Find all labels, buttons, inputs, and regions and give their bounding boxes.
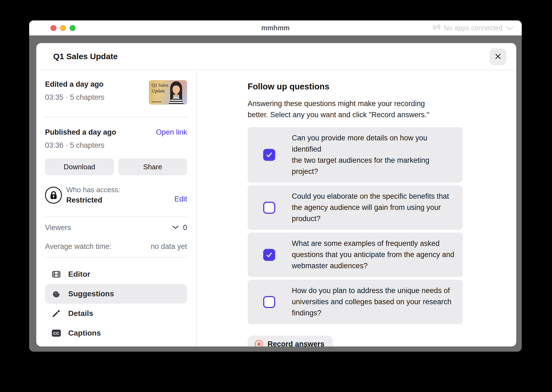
video-title: Q1 Sales Update — [53, 52, 118, 61]
published-section: Published a day ago Open link 03:36 · 5 … — [45, 117, 187, 175]
cc-icon: CC — [52, 330, 61, 337]
sidebar-item-label: Captions — [68, 329, 101, 337]
zoom-window-button[interactable] — [70, 25, 76, 31]
app-window: mmhmm No apps connected Q — [29, 20, 522, 352]
question-text: How do you plan to address the unique ne… — [292, 285, 451, 319]
watch-time-label: Average watch time: — [45, 242, 112, 251]
question-card[interactable]: Can you provide more details on how you … — [248, 127, 463, 183]
published-meta: 03:36 · 5 chapters — [45, 141, 187, 150]
sidebar-item-label: Editor — [68, 270, 90, 279]
access-value: Restricted — [66, 196, 174, 204]
edited-meta: 03:35 · 5 chapters — [45, 93, 104, 102]
open-link[interactable]: Open link — [156, 128, 187, 137]
apps-connected-dropdown[interactable]: No apps connected — [433, 20, 514, 35]
chevron-down-icon — [506, 24, 514, 32]
thumbnail-title: Q1 Sales Update — [152, 82, 168, 94]
viewers-count: 0 — [183, 224, 187, 232]
pencil-icon — [52, 309, 61, 318]
traffic-lights — [50, 20, 76, 35]
question-checkbox[interactable] — [263, 249, 275, 261]
sidebar: Edited a day ago 03:35 · 5 chapters — [36, 70, 197, 346]
film-icon — [52, 270, 61, 279]
suggestions-panel: Follow up questions Answering these ques… — [197, 70, 516, 346]
thumbnail-brand-logo: mmhmm — [152, 101, 161, 103]
viewers-label: Viewers — [45, 224, 71, 232]
watch-time-row: Average watch time: no data yet — [45, 237, 187, 257]
watch-time-value: no data yet — [151, 242, 187, 251]
video-thumbnail[interactable]: Q1 Sales Update mmhmm — [149, 80, 187, 105]
question-text: What are some examples of frequently ask… — [292, 238, 454, 272]
sidebar-item-label: Details — [68, 309, 93, 318]
video-details-modal: Q1 Sales Update Edited a day ago 03:35 ·… — [36, 43, 516, 346]
close-icon — [494, 53, 502, 61]
question-checkbox[interactable] — [263, 149, 275, 161]
window-title: mmhmm — [261, 20, 290, 35]
access-label: Who has access: — [66, 186, 174, 194]
question-card[interactable]: What are some examples of frequently ask… — [248, 233, 463, 277]
sidebar-item-details[interactable]: Details — [45, 304, 187, 323]
close-modal-button[interactable] — [490, 48, 506, 65]
minimize-window-button[interactable] — [60, 25, 66, 31]
edited-section: Edited a day ago 03:35 · 5 chapters — [45, 70, 187, 117]
sidebar-item-label: Suggestions — [68, 290, 114, 298]
question-list: Can you provide more details on how you … — [248, 127, 463, 324]
question-checkbox[interactable] — [263, 202, 275, 214]
spiral-icon — [52, 290, 61, 298]
record-answers-button[interactable]: Record answers — [248, 336, 333, 346]
lock-icon — [45, 187, 62, 204]
question-checkbox[interactable] — [263, 296, 275, 308]
chevron-down-icon[interactable] — [172, 225, 179, 230]
modal-header: Q1 Sales Update — [36, 43, 516, 70]
question-text: Could you elaborate on the specific bene… — [292, 191, 449, 224]
apps-connected-label: No apps connected — [444, 24, 503, 32]
sidebar-item-suggestions[interactable]: Suggestions — [45, 284, 187, 304]
question-card[interactable]: How do you plan to address the unique ne… — [248, 280, 463, 324]
sidebar-item-captions[interactable]: CC Captions — [45, 323, 187, 343]
signal-off-icon — [433, 23, 441, 33]
close-window-button[interactable] — [50, 25, 56, 31]
published-label: Published a day ago — [45, 128, 116, 137]
sidebar-nav: Editor Suggestions — [45, 264, 187, 343]
download-button[interactable]: Download — [45, 158, 114, 175]
panel-description: Answering these questions might make you… — [248, 98, 463, 120]
edited-label: Edited a day ago — [45, 80, 104, 89]
sidebar-item-editor[interactable]: Editor — [45, 264, 187, 284]
share-button[interactable]: Share — [118, 158, 187, 175]
question-card[interactable]: Could you elaborate on the specific bene… — [248, 185, 463, 230]
question-text: Can you provide more details on how you … — [292, 132, 457, 177]
panel-heading: Follow up questions — [248, 82, 463, 92]
viewers-row[interactable]: Viewers 0 — [45, 217, 187, 237]
titlebar: mmhmm No apps connected — [29, 20, 522, 35]
record-icon — [255, 340, 263, 346]
edit-access-link[interactable]: Edit — [174, 195, 187, 203]
record-answers-label: Record answers — [268, 340, 325, 347]
access-section: Who has access: Restricted Edit — [45, 186, 187, 216]
